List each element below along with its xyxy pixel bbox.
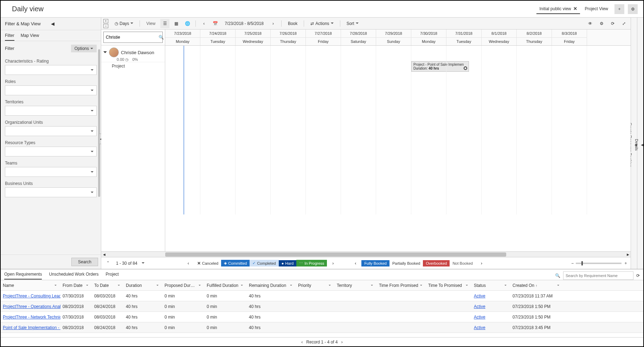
fullscreen-button[interactable]: ⤢ — [619, 19, 629, 28]
column-menu-button[interactable] — [288, 283, 294, 288]
book-button[interactable]: Book — [285, 20, 300, 27]
column-menu-button[interactable] — [53, 283, 58, 288]
chip-fully-booked[interactable]: Fully Booked — [361, 260, 389, 266]
resource-row[interactable]: Christie Dawson — [101, 45, 165, 58]
view-tab-project[interactable]: Project View — [582, 4, 611, 14]
column-menu-button[interactable] — [84, 283, 90, 288]
grid-body[interactable]: Project - Point of Sale Implemen Duratio… — [165, 46, 631, 214]
link[interactable]: ProjectThree - Consulting Lead — [3, 294, 60, 298]
scroll-left-button[interactable]: ◀ — [101, 252, 107, 257]
link[interactable]: Active — [474, 304, 485, 309]
booking-legend-prev[interactable]: ‹ — [352, 261, 359, 266]
page-next-button[interactable]: › — [341, 340, 343, 345]
booking-legend-next[interactable]: › — [478, 261, 485, 266]
chip-canceled[interactable]: ✕Canceled — [194, 260, 221, 267]
resource-search[interactable]: 🔍 — [103, 32, 163, 43]
calendar-icon[interactable]: 📅 — [211, 19, 220, 28]
filter-combo-3[interactable] — [5, 126, 97, 136]
col-header[interactable]: From Date — [60, 283, 92, 288]
board-settings-button[interactable]: ⚙ — [597, 19, 606, 28]
refresh-icon[interactable]: ⟳ — [636, 273, 640, 278]
chevron-down-icon[interactable] — [103, 51, 107, 55]
details-rail[interactable]: ◀ Details — [637, 18, 643, 269]
chevron-down-icon[interactable] — [142, 262, 144, 265]
column-menu-button[interactable] — [239, 283, 245, 288]
column-menu-button[interactable] — [327, 283, 333, 288]
chip-committed[interactable]: ◈Committed — [221, 260, 250, 266]
zoom-out-button[interactable]: − — [571, 261, 574, 266]
refresh-button[interactable]: ⟳ — [608, 19, 617, 28]
col-header[interactable]: Fulfilled Duration — [205, 283, 247, 288]
table-row[interactable]: Point of Sale Implementation - O...08/20… — [1, 322, 643, 333]
filter-combo-1[interactable] — [5, 85, 97, 95]
scroll-right-button[interactable]: ▶ — [625, 252, 631, 257]
options-button[interactable]: Options — [71, 45, 97, 52]
date-next-button[interactable]: › — [269, 19, 278, 28]
search-icon[interactable]: 🔍 — [159, 35, 164, 40]
column-menu-button[interactable] — [555, 283, 561, 288]
filter-combo-5[interactable] — [5, 167, 97, 177]
column-menu-button[interactable] — [116, 283, 122, 288]
chip-overbooked[interactable]: Overbooked — [423, 260, 450, 266]
zoom-slider[interactable] — [576, 263, 622, 264]
collapse-all-button[interactable]: − — [103, 24, 108, 28]
date-range[interactable]: 7/23/2018 - 8/5/2018 — [222, 20, 266, 27]
col-header[interactable]: Status — [472, 283, 510, 288]
col-header[interactable]: Remaining Duration — [247, 283, 296, 288]
col-header[interactable]: Time To Promised — [426, 283, 472, 288]
view-grid-button[interactable]: ▦ — [172, 19, 181, 28]
view-list-button[interactable]: ☰ — [160, 19, 169, 28]
chip-inprogress[interactable]: ⋯In Progress — [296, 260, 327, 266]
requirement-search-input[interactable] — [563, 271, 633, 280]
sidebar-tab-mapview[interactable]: Map View — [21, 33, 39, 41]
tab-unscheduled-work-orders[interactable]: Unscheduled Work Orders — [49, 272, 98, 279]
column-menu-button[interactable] — [197, 283, 202, 288]
table-row[interactable]: ProjectThree - Consulting Lead07/30/2018… — [1, 291, 643, 301]
link[interactable]: Active — [474, 325, 485, 330]
col-header[interactable]: Territory — [335, 283, 377, 288]
col-header[interactable]: To Date — [92, 283, 124, 288]
close-icon[interactable]: ✕ — [573, 6, 577, 11]
tab-project[interactable]: Project — [106, 272, 119, 279]
table-row[interactable]: ProjectThree - Operations Analyst08/20/2… — [1, 301, 643, 312]
chip-not-booked[interactable]: Not Booked — [450, 260, 475, 266]
filter-combo-0[interactable] — [5, 65, 97, 75]
collapse-left-icon[interactable]: ◀ — [51, 21, 97, 26]
column-menu-button[interactable] — [369, 283, 375, 288]
settings-button[interactable]: ⚙ — [628, 4, 638, 14]
link[interactable]: Active — [474, 315, 485, 320]
col-header[interactable]: Name — [1, 283, 60, 288]
add-view-button[interactable]: ＋ — [614, 4, 624, 14]
filter-combo-2[interactable] — [5, 106, 97, 116]
grid-hscroll[interactable]: ◀ ▶ — [101, 251, 631, 257]
column-menu-button[interactable] — [418, 283, 424, 288]
col-header[interactable]: Proposed Duration — [162, 283, 205, 288]
legend-next-button[interactable]: › — [329, 261, 337, 266]
search-icon[interactable]: 🔍 — [555, 273, 560, 278]
view-tab-initial[interactable]: Initial public view ✕ — [536, 4, 580, 14]
sidebar-scrollbar[interactable] — [98, 49, 100, 197]
table-row[interactable]: ProjectThree - Network Technician07/30/2… — [1, 312, 643, 322]
actions-button[interactable]: ⇄ Actions — [308, 20, 336, 27]
hscroll-thumb[interactable] — [165, 252, 506, 257]
sort-button[interactable]: Sort — [344, 20, 361, 27]
timescale-button[interactable]: ◷ Days — [112, 20, 136, 27]
chip-completed[interactable]: ✓Completed — [250, 260, 278, 266]
column-menu-button[interactable] — [155, 283, 160, 288]
legend-prev-button[interactable]: ‹ — [185, 261, 192, 266]
link[interactable]: ProjectThree - Operations Analyst — [3, 304, 60, 309]
col-header[interactable]: Time From Promised — [377, 283, 426, 288]
filter-combo-4[interactable] — [5, 147, 97, 156]
sidebar-tab-filter[interactable]: Filter — [5, 33, 14, 41]
search-button[interactable]: Search — [71, 258, 98, 266]
col-header[interactable]: Created On ↑ — [510, 283, 563, 288]
visibility-button[interactable]: 👁 — [586, 19, 595, 28]
expand-all-button[interactable]: + — [103, 19, 108, 23]
pager-up-button[interactable]: ˄ — [104, 261, 112, 266]
column-menu-button[interactable] — [503, 283, 508, 288]
zoom-in-button[interactable]: ＋ — [624, 260, 628, 266]
page-prev-button[interactable]: ‹ — [301, 340, 303, 345]
resource-search-input[interactable] — [106, 35, 159, 40]
date-prev-button[interactable]: ‹ — [199, 19, 208, 28]
filter-combo-6[interactable] — [5, 187, 97, 197]
